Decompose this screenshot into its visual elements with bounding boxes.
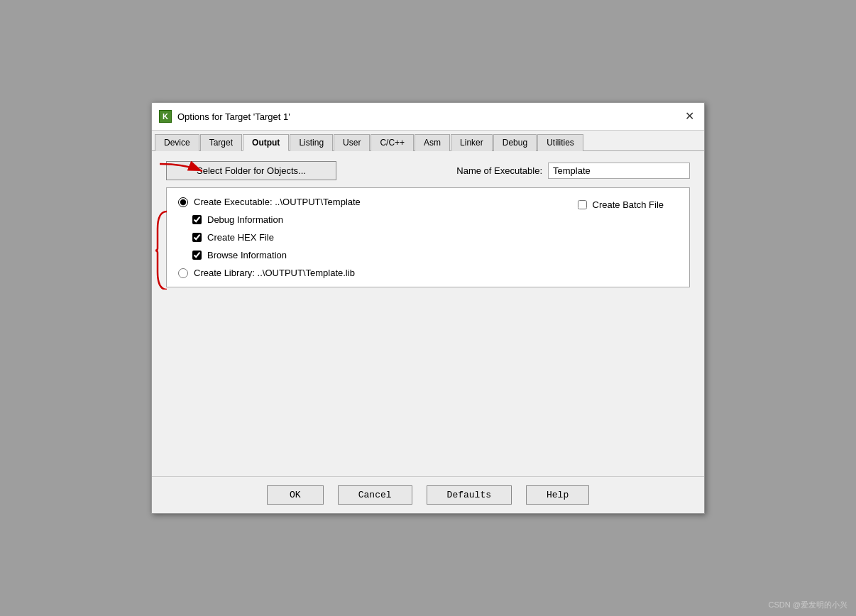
tab-asm[interactable]: Asm: [415, 134, 450, 151]
tab-output[interactable]: Output: [243, 134, 289, 151]
curly-brace-annotation: [154, 208, 170, 290]
app-icon: K: [159, 110, 172, 123]
tab-device[interactable]: Device: [155, 134, 199, 151]
cancel-button[interactable]: Cancel: [338, 485, 412, 505]
button-bar: OK Cancel Defaults Help: [152, 476, 704, 513]
create-executable-label: Create Executable: ..\OUTPUT\Template: [194, 197, 361, 207]
create-library-radio[interactable]: [178, 268, 188, 278]
create-library-label: Create Library: ..\OUTPUT\Template.lib: [194, 268, 355, 278]
ok-button[interactable]: OK: [267, 485, 324, 505]
create-executable-row: Create Executable: ..\OUTPUT\Template: [178, 197, 361, 207]
defaults-button[interactable]: Defaults: [427, 485, 512, 505]
top-row: Select Folder for Objects... Name of Exe…: [163, 161, 693, 180]
create-hex-row: Create HEX File: [178, 232, 361, 243]
debug-info-label: Debug Information: [207, 214, 283, 225]
create-batch-checkbox[interactable]: [578, 200, 587, 209]
tab-user[interactable]: User: [334, 134, 370, 151]
help-button[interactable]: Help: [526, 485, 589, 505]
tab-cpp[interactable]: C/C++: [371, 134, 414, 151]
main-dialog: K Options for Target 'Target 1' ✕ Device…: [151, 102, 705, 514]
browse-info-checkbox[interactable]: [192, 251, 202, 260]
tab-linker[interactable]: Linker: [451, 134, 493, 151]
right-col: Create Batch File: [578, 197, 678, 210]
watermark: CSDN @爱发明的小兴: [769, 600, 847, 610]
title-bar-left: K Options for Target 'Target 1': [159, 110, 290, 123]
executable-name-label: Name of Executable:: [456, 165, 542, 176]
tab-debug[interactable]: Debug: [493, 134, 537, 151]
debug-info-row: Debug Information: [178, 214, 361, 225]
create-library-row: Create Library: ..\OUTPUT\Template.lib: [178, 268, 361, 278]
create-hex-checkbox[interactable]: [192, 233, 202, 242]
create-executable-radio[interactable]: [178, 197, 188, 207]
title-bar: K Options for Target 'Target 1' ✕: [152, 103, 704, 131]
debug-info-checkbox[interactable]: [192, 215, 202, 224]
create-batch-label: Create Batch File: [593, 199, 664, 210]
browse-info-row: Browse Information: [178, 250, 361, 260]
create-batch-row: Create Batch File: [578, 199, 664, 210]
close-button[interactable]: ✕: [681, 109, 697, 124]
tab-bar: Device Target Output Listing User C/C++ …: [152, 131, 704, 151]
executable-name-row: Name of Executable:: [456, 163, 690, 179]
inner-main: Create Executable: ..\OUTPUT\Template De…: [178, 197, 678, 278]
content-area: Select Folder for Objects... Name of Exe…: [152, 151, 704, 476]
executable-name-input[interactable]: [548, 163, 690, 179]
tab-utilities[interactable]: Utilities: [537, 134, 583, 151]
browse-info-label: Browse Information: [207, 250, 287, 260]
tab-target[interactable]: Target: [200, 134, 242, 151]
left-col: Create Executable: ..\OUTPUT\Template De…: [178, 197, 361, 278]
inner-box: Create Executable: ..\OUTPUT\Template De…: [166, 187, 690, 287]
arrow-annotation: [156, 160, 213, 182]
create-hex-label: Create HEX File: [207, 232, 274, 243]
tab-listing[interactable]: Listing: [290, 134, 333, 151]
dialog-title: Options for Target 'Target 1': [177, 111, 290, 122]
